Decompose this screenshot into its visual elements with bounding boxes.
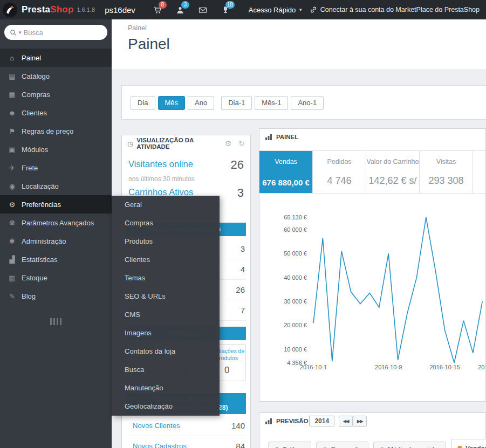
orders-cart-button[interactable]: 8 bbox=[146, 0, 169, 19]
version-label: 1.6.1.8 bbox=[77, 6, 95, 13]
svg-text:2016-10-22: 2016-10-22 bbox=[478, 364, 486, 370]
online-visitors-link[interactable]: Visitantes online bbox=[128, 159, 193, 169]
envelope-icon bbox=[198, 6, 207, 14]
tab-pedidos[interactable]: Pedidos 4 746 bbox=[313, 151, 366, 193]
preferencias-submenu: Geral Compras Produtos Clientes Temas SE… bbox=[112, 196, 220, 416]
submenu-item-geolocalizacao[interactable]: Geolocalização bbox=[112, 397, 220, 416]
filter-ano-button[interactable]: Ano bbox=[188, 96, 214, 110]
sidebar-item-frete[interactable]: ✈ Frete bbox=[0, 158, 112, 177]
gear-icon: ⚙ bbox=[8, 201, 17, 209]
customers-badge: 3 bbox=[181, 1, 189, 9]
bar-chart-icon bbox=[265, 418, 272, 425]
sidebar-item-estatisticas[interactable]: ▟ Estatísticas bbox=[0, 250, 112, 268]
svg-text:2016-10-15: 2016-10-15 bbox=[429, 364, 460, 370]
sidebar-item-modulos[interactable]: ▣ Módulos bbox=[0, 140, 112, 158]
submenu-item-contatos-da-loja[interactable]: Contatos da loja bbox=[112, 342, 220, 361]
submenu-item-cms[interactable]: CMS bbox=[112, 306, 220, 324]
panel-settings-gear-icon[interactable]: ⚙ bbox=[225, 139, 232, 148]
sidebar-search: ▾ bbox=[4, 25, 107, 40]
legend-vendas[interactable]: Vendas bbox=[451, 439, 486, 448]
sidebar-item-label: Estatísticas bbox=[22, 256, 57, 264]
submenu-item-manutencao[interactable]: Manutenção bbox=[112, 379, 220, 397]
tab-visitas[interactable]: Visitas 293 308 bbox=[420, 151, 473, 193]
dashboard-panel-header: PAINEL bbox=[259, 129, 485, 145]
customers-button[interactable]: 3 bbox=[169, 0, 191, 19]
chevron-down-icon: ▼ bbox=[298, 8, 303, 12]
forecast-next-button[interactable]: ▶▶ bbox=[353, 416, 367, 427]
filter-dia-1-button[interactable]: Dia-1 bbox=[221, 96, 252, 110]
sidebar-item-catalogo[interactable]: ▤ Catálogo bbox=[0, 67, 112, 85]
filter-dia-button[interactable]: Dia bbox=[131, 96, 155, 110]
legend-trafego[interactable]: Tráfego bbox=[268, 442, 311, 448]
brand-wordmark: PrestaShop bbox=[22, 4, 73, 15]
sidebar-item-compras[interactable]: ▦ Compras bbox=[0, 85, 112, 104]
submenu-item-imagens[interactable]: Imagens bbox=[112, 324, 220, 342]
metric-tabs: Vendas 676 880,00 € Pedidos 4 746 Valor … bbox=[259, 150, 485, 194]
sidebar-collapse-handle[interactable] bbox=[0, 318, 112, 325]
sidebar-item-blog[interactable]: ✎ Blog bbox=[0, 287, 112, 305]
sidebar-item-label: Módulos bbox=[22, 146, 48, 154]
sidebar-item-label: Preferências bbox=[22, 201, 61, 209]
forecast-panel: PREVISÃO 2014 ◀◀ ▶▶ Tráfego Conversão Mé… bbox=[259, 412, 486, 448]
panel-refresh-icon[interactable]: ↻ bbox=[238, 139, 245, 148]
tab-valor-do-carrinho[interactable]: Valor do Carrinho 142,62 € s/ bbox=[366, 151, 420, 193]
topbar: PrestaShop 1.6.1.8 ps16dev 8 3 bbox=[0, 0, 486, 19]
submenu-item-seo-urls[interactable]: SEO & URLs bbox=[112, 287, 220, 306]
forecast-prev-button[interactable]: ◀◀ bbox=[339, 416, 353, 427]
customers-icon: ☻ bbox=[8, 109, 17, 117]
tab-overflow-area bbox=[473, 151, 485, 193]
sidebar-item-parametros-avancados[interactable]: ☸ Parâmetros Avançados bbox=[0, 213, 112, 232]
cart-badge: 8 bbox=[159, 1, 167, 9]
marketplace-connect-link[interactable]: Conectar à sua conta do MarketPlace do P… bbox=[310, 6, 480, 13]
submenu-item-temas[interactable]: Temas bbox=[112, 269, 220, 287]
legend-conversao[interactable]: Conversão bbox=[316, 442, 368, 448]
admin-icon: ✱ bbox=[8, 237, 17, 245]
submenu-item-produtos[interactable]: Produtos bbox=[112, 232, 220, 251]
sidebar-item-clientes[interactable]: ☻ Clientes bbox=[0, 104, 112, 122]
sidebar-item-label: Blog bbox=[22, 292, 36, 300]
sidebar-item-localizacao[interactable]: ◉ Localização bbox=[0, 177, 112, 195]
forecast-panel-title: PREVISÃO bbox=[276, 418, 308, 424]
svg-text:20 000 €: 20 000 € bbox=[284, 322, 307, 328]
sidebar-item-preferencias[interactable]: ⚙ Preferências bbox=[0, 195, 112, 213]
quick-access-dropdown[interactable]: Acesso Rápido ▼ bbox=[249, 6, 303, 14]
sidebar-item-regras-de-preco[interactable]: ⚑ Regras de preço bbox=[0, 122, 112, 140]
sidebar-item-painel[interactable]: ⌂ Painel bbox=[0, 49, 112, 67]
sidebar-item-label: Parâmetros Avançados bbox=[22, 219, 94, 227]
svg-text:10 000 €: 10 000 € bbox=[284, 346, 307, 353]
sales-line-chart: 65 130 €60 000 €50 000 €40 000 €30 000 €… bbox=[259, 200, 486, 389]
date-range-toolbar: Dia Mês Ano Dia-1 Mês-1 Ano-1 bbox=[121, 85, 486, 120]
submenu-item-geral[interactable]: Geral bbox=[112, 196, 220, 214]
home-icon: ⌂ bbox=[8, 54, 17, 62]
legend-media-do-carrinho[interactable]: Média do carrinho bbox=[373, 442, 446, 448]
sidebar-item-administracao[interactable]: ✱ Administração bbox=[0, 232, 112, 250]
activity-panel-header: ◷ VISUALIZAÇÃO DA ATIVIDADE ⚙ ↻ bbox=[122, 135, 250, 151]
svg-text:2016-10-1: 2016-10-1 bbox=[300, 364, 327, 370]
sidebar-item-estoque[interactable]: ▥ Estoque bbox=[0, 268, 112, 287]
prestashop-logo-icon bbox=[2, 2, 18, 18]
price-tag-icon: ⚑ bbox=[8, 127, 17, 135]
search-scope-caret-icon[interactable]: ▾ bbox=[19, 30, 22, 35]
submenu-item-compras[interactable]: Compras bbox=[112, 214, 220, 232]
activity-panel-title: VISUALIZAÇÃO DA ATIVIDADE bbox=[136, 137, 224, 150]
submenu-item-busca[interactable]: Busca bbox=[112, 361, 220, 379]
page-title: Painel bbox=[128, 36, 486, 53]
badges-button[interactable]: 18 bbox=[214, 0, 237, 19]
messages-button[interactable] bbox=[191, 0, 214, 19]
shipping-icon: ✈ bbox=[8, 164, 17, 172]
submenu-item-clientes[interactable]: Clientes bbox=[112, 251, 220, 269]
stock-icon: ▥ bbox=[8, 274, 17, 282]
svg-text:65 130 €: 65 130 € bbox=[284, 214, 307, 220]
filter-mes-button[interactable]: Mês bbox=[158, 96, 186, 110]
vendas-dot-icon bbox=[457, 446, 462, 448]
sidebar-item-label: Painel bbox=[22, 54, 41, 62]
search-input[interactable] bbox=[24, 29, 102, 37]
svg-text:30 000 €: 30 000 € bbox=[284, 298, 307, 305]
dashboard-panel-title: PAINEL bbox=[276, 134, 298, 140]
breadcrumb: Painel bbox=[128, 19, 486, 32]
forecast-panel-header: PREVISÃO 2014 ◀◀ ▶▶ bbox=[259, 413, 485, 429]
filter-mes-1-button[interactable]: Mês-1 bbox=[255, 96, 288, 110]
tab-vendas[interactable]: Vendas 676 880,00 € bbox=[259, 151, 313, 193]
filter-ano-1-button[interactable]: Ano-1 bbox=[291, 96, 324, 110]
stats-icon: ▟ bbox=[8, 256, 17, 264]
